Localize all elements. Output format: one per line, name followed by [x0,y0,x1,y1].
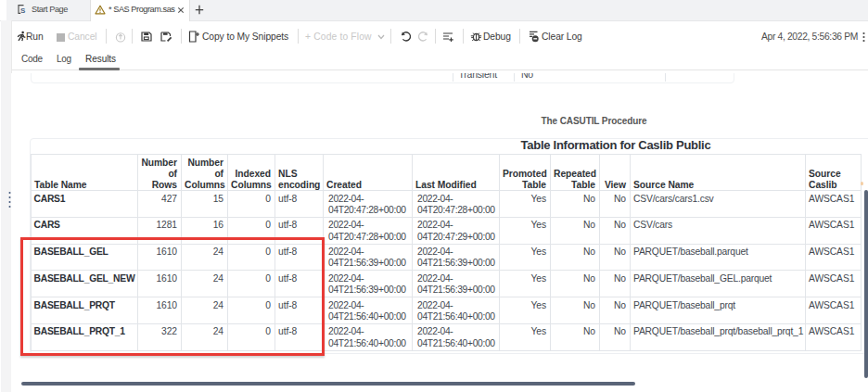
svg-text:S: S [20,6,26,14]
